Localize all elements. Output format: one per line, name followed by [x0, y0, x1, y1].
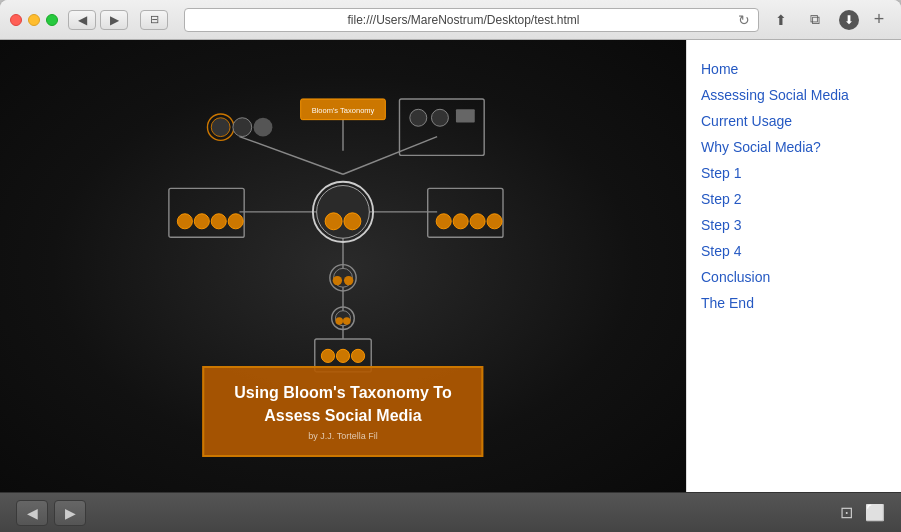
bottom-nav-group: ◀ ▶: [16, 500, 86, 526]
slide-title: Using Bloom's Taxonomy To Assess Social …: [234, 382, 451, 427]
sidebar-item-step2[interactable]: Step 2: [699, 186, 889, 212]
browser-window: ◀ ▶ ⊟ file:///Users/MareNostrum/Desktop/…: [0, 0, 901, 532]
share-button[interactable]: ⬆: [767, 8, 795, 32]
bottom-back-icon: ◀: [27, 505, 38, 521]
sidebar-item-conclusion[interactable]: Conclusion: [699, 264, 889, 290]
presentation-area: Bloom's Taxonomy Using Bloom's Taxonomy …: [0, 40, 686, 492]
sidebar-item-step1[interactable]: Step 1: [699, 160, 889, 186]
duplicate-button[interactable]: ⧉: [801, 8, 829, 32]
refresh-button[interactable]: ↻: [738, 12, 750, 28]
reader-icon: ⊟: [150, 13, 159, 26]
svg-point-33: [333, 276, 342, 285]
svg-point-24: [453, 214, 468, 229]
mindmap-svg: Bloom's Taxonomy: [103, 66, 583, 386]
svg-point-41: [336, 349, 349, 362]
bottom-forward-button[interactable]: ▶: [54, 500, 86, 526]
new-tab-icon: +: [874, 9, 885, 30]
svg-point-21: [228, 214, 243, 229]
svg-point-29: [325, 213, 342, 230]
svg-rect-16: [456, 109, 475, 122]
back-icon: ◀: [78, 13, 87, 27]
title-bar: ◀ ▶ ⊟ file:///Users/MareNostrum/Desktop/…: [0, 0, 901, 40]
svg-point-11: [233, 118, 252, 137]
svg-point-40: [321, 349, 334, 362]
svg-text:Bloom's Taxonomy: Bloom's Taxonomy: [312, 106, 375, 115]
nav-buttons: ◀ ▶: [68, 10, 128, 30]
bottom-back-button[interactable]: ◀: [16, 500, 48, 526]
minimize-button[interactable]: [28, 14, 40, 26]
svg-point-28: [317, 186, 370, 239]
traffic-lights: [10, 14, 58, 26]
svg-point-38: [343, 317, 351, 325]
fullscreen-button[interactable]: ⬜: [865, 503, 885, 522]
bottom-bar: ◀ ▶ ⊡ ⬜: [0, 492, 901, 532]
sidebar-item-why-social-media[interactable]: Why Social Media?: [699, 134, 889, 160]
sidebar-item-step3[interactable]: Step 3: [699, 212, 889, 238]
svg-point-12: [254, 118, 273, 137]
toolbar-right: ⬆ ⧉ ⬇: [767, 8, 863, 32]
screen-options-icon: ⊡: [840, 503, 853, 522]
reader-button[interactable]: ⊟: [140, 10, 168, 30]
download-icon: ⬇: [839, 10, 859, 30]
address-bar[interactable]: file:///Users/MareNostrum/Desktop/test.h…: [184, 8, 759, 32]
svg-point-15: [431, 109, 448, 126]
back-button[interactable]: ◀: [68, 10, 96, 30]
sidebar-item-assessing[interactable]: Assessing Social Media: [699, 82, 889, 108]
duplicate-icon: ⧉: [810, 11, 820, 28]
svg-point-20: [211, 214, 226, 229]
forward-icon: ▶: [110, 13, 119, 27]
sidebar-item-current-usage[interactable]: Current Usage: [699, 108, 889, 134]
forward-button[interactable]: ▶: [100, 10, 128, 30]
content-area: Bloom's Taxonomy Using Bloom's Taxonomy …: [0, 40, 901, 492]
sidebar: Home Assessing Social Media Current Usag…: [686, 40, 901, 492]
url-text: file:///Users/MareNostrum/Desktop/test.h…: [193, 13, 734, 27]
svg-point-25: [470, 214, 485, 229]
bottom-right-group: ⊡ ⬜: [840, 503, 885, 522]
sidebar-item-the-end[interactable]: The End: [699, 290, 889, 316]
share-icon: ⬆: [775, 12, 787, 28]
bottom-forward-icon: ▶: [65, 505, 76, 521]
svg-point-23: [436, 214, 451, 229]
maximize-button[interactable]: [46, 14, 58, 26]
svg-rect-22: [428, 188, 503, 237]
svg-point-19: [194, 214, 209, 229]
fullscreen-icon: ⬜: [865, 503, 885, 522]
svg-point-14: [410, 109, 427, 126]
svg-line-0: [239, 137, 343, 175]
slide-subtitle: by J.J. Tortella Fil: [234, 431, 451, 441]
svg-point-30: [344, 213, 361, 230]
svg-point-37: [335, 317, 343, 325]
sidebar-item-home[interactable]: Home: [699, 56, 889, 82]
svg-point-26: [487, 214, 502, 229]
svg-point-34: [344, 276, 353, 285]
close-button[interactable]: [10, 14, 22, 26]
new-tab-button[interactable]: +: [867, 8, 891, 32]
slide-background: Bloom's Taxonomy Using Bloom's Taxonomy …: [0, 40, 686, 492]
screen-options-button[interactable]: ⊡: [840, 503, 857, 522]
mindmap-container: Bloom's Taxonomy: [0, 60, 686, 392]
svg-rect-17: [169, 188, 244, 237]
svg-point-10: [211, 118, 230, 137]
svg-point-18: [177, 214, 192, 229]
slide-title-box: Using Bloom's Taxonomy To Assess Social …: [202, 366, 483, 457]
sidebar-item-step4[interactable]: Step 4: [699, 238, 889, 264]
download-button[interactable]: ⬇: [835, 8, 863, 32]
svg-point-42: [351, 349, 364, 362]
